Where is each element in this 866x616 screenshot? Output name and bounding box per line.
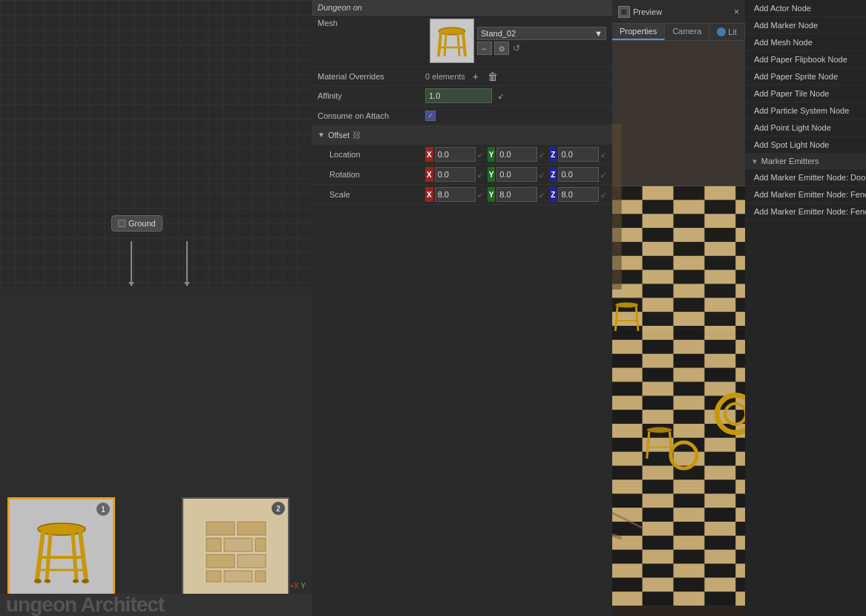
menu-item-add-point-light-node[interactable]: Add Point Light Node <box>745 119 866 137</box>
ground-node-icon <box>118 220 125 227</box>
menu-item-add-actor-node[interactable]: Add Actor Node <box>745 0 866 17</box>
material-overrides-label: Material Overrides <box>318 72 425 81</box>
rotation-y-label: Y <box>488 167 496 182</box>
consume-on-attach-label: Consume on Attach <box>318 111 425 120</box>
tab-lit[interactable]: Lit <box>709 24 745 40</box>
menu-item-label: Add Point Light Node <box>754 123 831 132</box>
mesh-preview-thumb <box>430 19 474 63</box>
menu-item-add-paper-sprite-node[interactable]: Add Paper Sprite Node <box>745 68 866 85</box>
chevron-down-icon: ▼ <box>594 29 603 38</box>
tab-properties-label: Properties <box>620 27 657 36</box>
svg-point-10 <box>73 579 79 583</box>
scale-y-indicator: ↙ <box>539 191 545 199</box>
ground-node[interactable]: Ground <box>111 215 163 232</box>
svg-rect-37 <box>612 124 622 289</box>
affinity-indicator: ↙ <box>495 90 507 102</box>
svg-point-7 <box>34 579 42 583</box>
coord-x-label: +X <box>289 582 299 590</box>
stand-svg <box>28 514 95 589</box>
location-y-input[interactable] <box>496 147 537 162</box>
thumb-image-1 <box>10 499 113 603</box>
rotation-y-input[interactable] <box>496 167 537 182</box>
rotation-x-indicator: ↙ <box>477 171 483 179</box>
location-z-label: Z <box>549 147 557 162</box>
rotation-row: Rotation X ↙ Y ↙ Z ↙ <box>312 165 612 185</box>
affinity-row: Affinity ↙ <box>312 86 612 106</box>
consume-on-attach-row: Consume on Attach <box>312 106 612 125</box>
mesh-back-btn[interactable]: ← <box>477 42 492 55</box>
offset-section[interactable]: ▼ Offset ⛓ <box>312 125 612 145</box>
scale-label: Scale <box>318 190 425 199</box>
rotation-z-indicator: ↙ <box>600 171 606 179</box>
node-thumb-2[interactable]: 2 <box>182 497 289 605</box>
tab-camera[interactable]: Camera <box>665 24 709 40</box>
menu-item-label: Add Marker Emitter Node: Door <box>754 173 866 182</box>
svg-point-23 <box>439 27 465 35</box>
menu-item-add-marker-emitter-fence[interactable]: Add Marker Emitter Node: Fence <box>745 186 866 203</box>
menu-item-add-mesh-node[interactable]: Add Mesh Node <box>745 34 866 51</box>
menu-item-add-marker-node[interactable]: Add Marker Node <box>745 17 866 34</box>
rotation-x-input[interactable] <box>435 167 476 182</box>
scale-z-input[interactable] <box>558 187 599 202</box>
mesh-label: Mesh <box>318 19 425 27</box>
offset-link-icon: ⛓ <box>352 131 361 140</box>
rotation-z-label: Z <box>549 167 557 182</box>
remove-override-btn[interactable]: 🗑 <box>486 70 499 83</box>
tab-lit-label: Lit <box>728 27 737 36</box>
location-x-input[interactable] <box>435 147 476 162</box>
consume-on-attach-checkbox[interactable] <box>425 111 436 121</box>
rotation-z-input[interactable] <box>558 167 599 182</box>
menu-item-add-marker-emitter-fenceseparator[interactable]: Add Marker Emitter Node: FenceSeparator <box>745 203 866 220</box>
menu-item-label: Add Mesh Node <box>754 38 813 47</box>
mesh-area: Mesh <box>312 16 612 67</box>
preview-close-btn[interactable]: × <box>734 7 739 17</box>
offset-label: Offset <box>328 131 350 140</box>
svg-point-9 <box>45 579 50 583</box>
preview-tabs: Properties Camera Lit <box>612 24 745 41</box>
brick-svg <box>200 516 271 586</box>
menu-item-add-spot-light-node[interactable]: Add Spot Light Node <box>745 137 866 154</box>
svg-rect-21 <box>255 571 266 582</box>
section-triangle-icon: ▼ <box>751 157 758 166</box>
menu-item-label: Add Paper Tile Node <box>754 89 830 98</box>
viewport[interactable]: X Y + <box>612 41 745 616</box>
tab-camera-label: Camera <box>672 27 701 36</box>
svg-line-26 <box>445 33 446 56</box>
location-y-indicator: ↙ <box>539 151 545 159</box>
location-row: Location X ↙ Y ↙ Z ↙ <box>312 145 612 165</box>
menu-item-add-marker-emitter-door[interactable]: Add Marker Emitter Node: Door <box>745 169 866 186</box>
material-overrides-row: Material Overrides 0 elements + 🗑 <box>312 67 612 86</box>
mesh-preview-svg <box>433 21 470 62</box>
scale-x-input[interactable] <box>435 187 476 202</box>
mesh-reset-btn[interactable]: ↺ <box>511 43 522 53</box>
node-badge-2: 2 <box>272 502 285 515</box>
node-thumb-1[interactable]: 1 <box>7 497 115 605</box>
affinity-label: Affinity <box>318 91 425 100</box>
affinity-input[interactable] <box>425 88 492 103</box>
svg-rect-14 <box>206 538 221 551</box>
bottom-bar: ungeon Architect <box>0 594 312 616</box>
location-x-label: X <box>425 147 433 162</box>
menu-item-add-paper-tile-node[interactable]: Add Paper Tile Node <box>745 85 866 102</box>
dungeon-text: ungeon Architect <box>6 594 164 615</box>
mesh-dropdown[interactable]: Stand_02 ▼ <box>477 27 606 40</box>
location-z-input[interactable] <box>558 147 599 162</box>
node-badge-1: 1 <box>96 502 110 516</box>
properties-panel: Dungeon on Mesh <box>312 0 612 616</box>
svg-rect-17 <box>206 554 234 568</box>
marker-emitters-section-header[interactable]: ▼ Marker Emitters <box>745 154 866 169</box>
scale-x-indicator: ↙ <box>477 191 483 199</box>
scale-row: Scale X ↙ Y ↙ Z ↙ <box>312 185 612 205</box>
scale-y-input[interactable] <box>496 187 537 202</box>
mesh-search-btn[interactable]: ⊙ <box>494 42 509 55</box>
rotation-label: Rotation <box>318 170 425 179</box>
rotation-y-indicator: ↙ <box>539 171 545 179</box>
menu-item-add-particle-system-node[interactable]: Add Particle System Node <box>745 102 866 119</box>
node-graph-area[interactable]: Ground <box>0 0 312 289</box>
menu-item-add-paper-flipbook-node[interactable]: Add Paper Flipbook Node <box>745 51 866 68</box>
tab-properties[interactable]: Properties <box>612 24 665 40</box>
properties-header: Dungeon on <box>312 0 612 16</box>
add-override-btn[interactable]: + <box>471 70 480 83</box>
scene-svg: X Y + <box>612 41 745 616</box>
marker-emitters-label: Marker Emitters <box>761 157 819 166</box>
